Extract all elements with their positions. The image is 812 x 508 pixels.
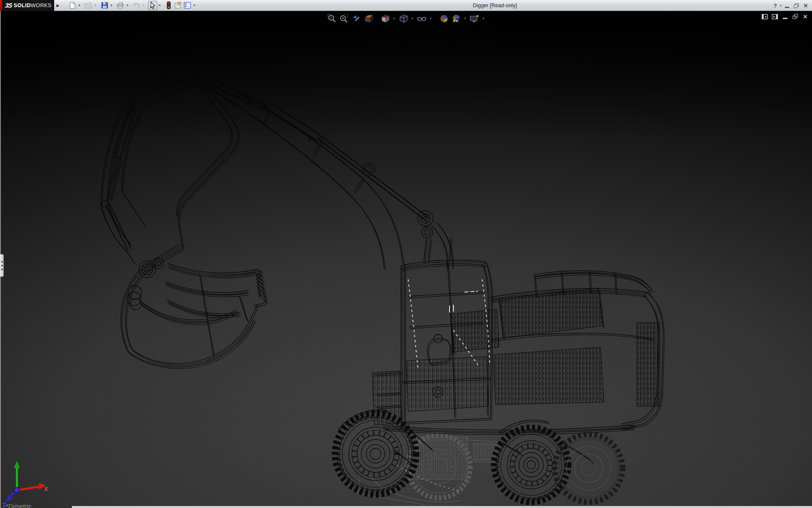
heads-up-view-toolbar: ▾ ▾ ▾	[326, 13, 486, 24]
hide-show-items-eyeglasses-icon	[417, 14, 427, 23]
undo-button[interactable]	[132, 1, 141, 10]
section-view-icon	[364, 14, 373, 23]
joint-circles	[102, 65, 443, 397]
view-orientation-button[interactable]	[380, 13, 390, 24]
open-folder-icon	[85, 2, 92, 9]
hide-show-items-button[interactable]	[416, 13, 427, 24]
zoom-to-fit-button[interactable]	[326, 13, 337, 24]
help-dropdown[interactable]: ▾	[780, 4, 782, 8]
apply-scene-dropdown[interactable]: ▾	[463, 17, 467, 20]
new-document-button[interactable]	[68, 1, 77, 10]
options-checklist-icon	[184, 2, 191, 9]
new-document-dropdown[interactable]: ▾	[77, 3, 82, 7]
printer-icon	[117, 2, 124, 9]
rebuild-button[interactable]	[164, 1, 173, 10]
show-right-pane-icon	[772, 14, 778, 19]
view-orientation-dropdown[interactable]: ▾	[392, 17, 396, 20]
select-tool-button[interactable]	[148, 1, 157, 10]
zoom-to-fit-icon	[327, 14, 337, 23]
document-minimize-icon	[783, 18, 787, 19]
triad-origin	[14, 488, 20, 493]
logo-mark: 3S	[5, 2, 13, 9]
status-bar-edge	[72, 506, 812, 508]
logo-red-accent	[0, 0, 2, 11]
undo-dropdown[interactable]: ▾	[141, 3, 146, 7]
brand-name-light: WORKS	[31, 3, 52, 8]
open-button[interactable]	[84, 1, 93, 10]
document-restore-icon	[793, 14, 798, 19]
section-view-button[interactable]	[363, 13, 374, 24]
app-window-controls: ? ▾ ✕	[771, 0, 809, 11]
undo-arrow-icon	[133, 2, 140, 9]
options-dropdown[interactable]: ▾	[192, 3, 197, 7]
rear-near-wheel	[494, 428, 568, 502]
main-toolbar: ▾ ▾ ▾	[68, 1, 199, 10]
file-properties-button[interactable]	[173, 1, 183, 10]
minimize-button[interactable]	[783, 1, 791, 10]
zoom-to-area-icon	[340, 14, 349, 23]
far-rear-wheel	[555, 434, 623, 502]
file-properties-icon	[174, 2, 182, 9]
close-button[interactable]: ✕	[802, 1, 809, 10]
front-near-wheel	[335, 413, 416, 494]
excavator-wireframe-edges	[101, 69, 663, 467]
engine-grille-panels	[372, 288, 660, 425]
print-dropdown[interactable]: ▾	[125, 3, 130, 7]
collapse-arrow-icon: ◀	[1, 268, 3, 271]
minimize-icon	[785, 7, 789, 8]
display-style-dropdown[interactable]: ▾	[410, 17, 414, 20]
select-tool-dropdown[interactable]: ▾	[157, 3, 162, 7]
zoom-to-area-button[interactable]	[339, 13, 349, 24]
show-left-pane-button[interactable]	[761, 13, 768, 20]
previous-view-button[interactable]	[351, 13, 362, 24]
save-button[interactable]	[100, 1, 109, 10]
previous-view-icon	[352, 14, 361, 23]
print-button[interactable]	[116, 1, 125, 10]
save-dropdown[interactable]: ▾	[109, 3, 114, 7]
restore-icon	[794, 3, 799, 8]
display-style-button[interactable]	[398, 13, 409, 24]
hide-show-items-dropdown[interactable]: ▾	[428, 17, 433, 20]
view-settings-dropdown[interactable]: ▾	[481, 17, 486, 20]
view-orientation-icon	[381, 14, 390, 23]
menu-flyout-arrow-icon[interactable]: ▶	[55, 1, 61, 10]
document-window-controls: ✕	[761, 13, 809, 20]
document-close-button[interactable]: ✕	[802, 13, 809, 20]
model-canvas[interactable]: X Z	[0, 11, 812, 508]
collapse-arrow-icon: ◀	[1, 264, 3, 267]
view-orientation-label: *Dimetric	[6, 502, 32, 508]
collapse-arrow-icon: ◀	[1, 260, 3, 263]
edit-appearance-icon	[439, 14, 449, 23]
app-title-bar: 3S SOLIDWORKS ▶ ▾ ▾	[0, 0, 812, 11]
brand-name-bold: SOLID	[14, 3, 30, 8]
restore-button[interactable]	[793, 1, 800, 10]
apply-scene-button[interactable]	[451, 13, 461, 24]
options-button[interactable]	[183, 1, 192, 10]
feature-tree-splitter-handle[interactable]: ◀ ◀ ◀	[0, 254, 4, 277]
triad-x-label: X	[44, 486, 48, 492]
apply-scene-icon	[452, 14, 461, 23]
traffic-light-icon	[167, 1, 171, 9]
new-document-icon	[69, 2, 76, 9]
reference-triad: X Z	[3, 461, 48, 508]
help-button[interactable]: ?	[771, 1, 779, 10]
save-floppy-icon	[101, 2, 108, 9]
view-settings-button[interactable]	[469, 13, 480, 24]
document-title: Digger [Read-only]	[211, 0, 778, 11]
open-dropdown[interactable]: ▾	[93, 3, 98, 7]
show-left-pane-icon	[762, 14, 768, 19]
document-minimize-button[interactable]	[782, 13, 788, 20]
edit-appearance-button[interactable]	[439, 13, 449, 24]
document-restore-button[interactable]	[792, 13, 798, 20]
show-right-pane-button[interactable]	[771, 13, 778, 20]
display-style-icon	[399, 14, 408, 23]
triad-x-axis	[17, 486, 41, 490]
view-settings-icon	[469, 14, 480, 23]
select-cursor-icon	[150, 2, 156, 9]
solidworks-logo: 3S SOLIDWORKS	[0, 0, 54, 11]
graphics-viewport[interactable]: ▾ ▾ ▾	[0, 11, 812, 508]
